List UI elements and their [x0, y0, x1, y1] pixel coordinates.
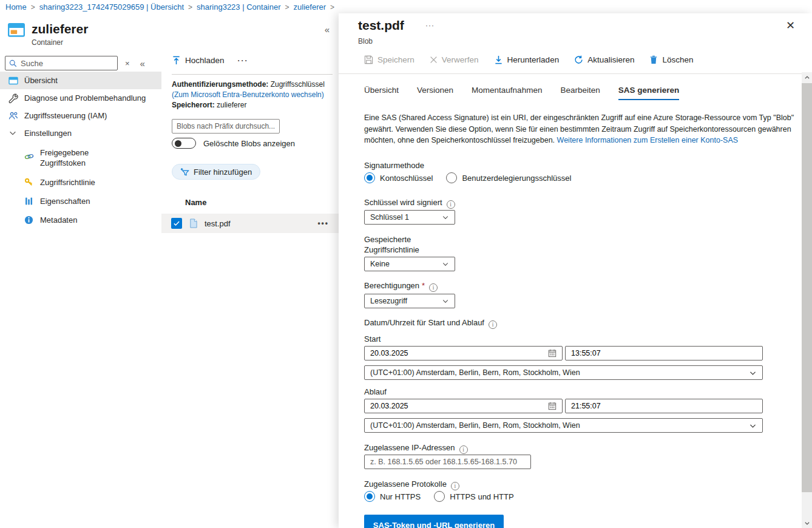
ip-input[interactable] — [370, 458, 525, 466]
start-timezone-dropdown[interactable]: (UTC+01:00) Amsterdam, Berlin, Bern, Rom… — [364, 365, 763, 380]
switch-auth-link[interactable]: (Zum Microsoft Entra-Benutzerkonto wechs… — [172, 90, 334, 100]
scroll-down-icon[interactable] — [802, 518, 812, 528]
container-icon — [8, 21, 25, 38]
radio-benutzerdelegierungsschluessel[interactable]: Benutzerdelegierungsschlüssel — [446, 172, 571, 183]
key-icon — [24, 178, 34, 188]
location-label: Speicherort: — [172, 101, 215, 109]
signing-key-label: Schlüssel wird signierti — [364, 198, 455, 209]
sidebar-item-uebersicht[interactable]: Übersicht — [0, 72, 161, 89]
column-header-name[interactable]: Name — [185, 198, 206, 207]
radio-icon — [364, 491, 375, 502]
collapse-panel-icon[interactable]: « — [325, 24, 330, 35]
search-icon — [9, 59, 17, 67]
signing-key-dropdown[interactable]: Schlüssel 1 — [364, 210, 455, 225]
expiry-date-field — [364, 399, 563, 413]
start-label: Start — [364, 334, 381, 344]
radio-kontoschluessel[interactable]: Kontoschlüssel — [364, 172, 433, 183]
breadcrumb-home[interactable]: Home — [5, 2, 27, 12]
location-value: zulieferer — [217, 101, 246, 109]
overview-icon — [8, 76, 18, 86]
collapse-sidebar-icon[interactable]: « — [140, 58, 145, 69]
prefix-search-box — [172, 119, 280, 134]
ip-label: Zugelassene IP-Adresseni — [364, 443, 468, 454]
ip-label-text: Zugelassene IP-Adressen — [364, 443, 455, 452]
info-icon[interactable]: i — [451, 482, 459, 490]
sidebar-item-label: Metadaten — [40, 215, 77, 225]
chevron-down-icon — [749, 422, 757, 430]
protocol-label-text: Zugelassene Protokolle — [364, 479, 447, 489]
sidebar-search-input[interactable] — [21, 59, 113, 68]
prefix-search-input[interactable] — [177, 122, 275, 130]
sidebar-item-label: Diagnose und Problembehandlung — [24, 93, 146, 103]
scroll-up-icon[interactable] — [802, 72, 812, 83]
radio-label: HTTPS und HTTP — [450, 492, 513, 501]
radio-https-und-http[interactable]: HTTPS und HTTP — [434, 491, 513, 502]
vertical-scrollbar[interactable] — [802, 72, 812, 528]
start-time-input[interactable] — [571, 349, 757, 357]
calendar-icon[interactable] — [548, 349, 557, 357]
info-icon[interactable]: i — [447, 200, 455, 209]
azure-portal-page: Home>sharing3223_1742475029659 | Übersic… — [0, 0, 812, 528]
calendar-icon[interactable] — [548, 402, 557, 410]
show-deleted-toggle[interactable] — [172, 138, 196, 149]
chevron-down-icon — [442, 214, 449, 221]
chevron-right-icon: > — [285, 3, 289, 12]
start-date-field — [364, 346, 563, 360]
datetime-label-text: Datum/Uhrzeit für Start und Ablauf — [364, 318, 484, 327]
sidebar-item-label: Eigenschaften — [40, 197, 90, 206]
breadcrumb-container[interactable]: zulieferer — [294, 2, 326, 12]
info-icon[interactable]: i — [429, 283, 438, 292]
sidebar-item-zugriffsrichtlinie[interactable]: Zugriffsrichtlinie — [0, 174, 161, 191]
info-icon[interactable]: i — [459, 445, 468, 454]
chevron-right-icon: > — [188, 3, 192, 12]
breadcrumb: Home>sharing3223_1742475029659 | Übersic… — [0, 0, 812, 13]
clear-search-icon[interactable]: × — [125, 59, 130, 68]
sidebar-item-eigenschaften[interactable]: Eigenschaften — [0, 192, 161, 210]
toggle-knob — [175, 140, 181, 147]
sidebar-group-label: Einstellungen — [24, 129, 72, 138]
file-icon — [189, 218, 198, 228]
chevron-down-icon — [442, 260, 449, 268]
sidebar-item-metadaten[interactable]: Metadaten — [0, 211, 161, 229]
info-icon — [24, 215, 34, 225]
expiry-time-input[interactable] — [571, 402, 757, 410]
auth-method-label: Authentifizierungsmethode: — [172, 80, 268, 89]
sidebar-item-freigegebene-zugriffstoken[interactable]: Freigegebene Zugriffstoken — [0, 143, 161, 172]
stored-policy-dropdown[interactable]: Keine — [364, 257, 455, 271]
start-timezone-value: (UTC+01:00) Amsterdam, Berlin, Bern, Rom… — [370, 368, 580, 377]
learn-more-link[interactable]: Weitere Informationen zum Erstellen eine… — [557, 136, 739, 144]
start-time-field — [565, 346, 763, 360]
divider — [172, 74, 333, 75]
protocol-radios: Nur HTTPS HTTPS und HTTP — [364, 491, 514, 502]
expiry-date-input[interactable] — [370, 402, 548, 410]
row-more-icon[interactable]: ••• — [317, 219, 329, 228]
more-commands-icon[interactable]: ··· — [238, 56, 249, 65]
upload-icon — [172, 56, 181, 65]
upload-button[interactable]: Hochladen — [172, 56, 225, 65]
scrollbar-thumb[interactable] — [802, 83, 812, 492]
row-checkbox-checked[interactable] — [171, 218, 182, 229]
signing-method-radios: Kontoschlüssel Benutzerdelegierungsschlü… — [364, 172, 571, 183]
generate-sas-button[interactable]: SAS-Token und -URL generieren — [364, 515, 504, 528]
add-filter-button[interactable]: Filter hinzufügen — [172, 164, 260, 180]
breadcrumb-storage-account[interactable]: sharing3223_1742475029659 | Übersicht — [39, 2, 184, 12]
blob-row-test-pdf[interactable]: test.pdf ••• — [161, 214, 339, 233]
sidebar-item-label: Übersicht — [24, 76, 58, 85]
blob-name: test.pdf — [205, 219, 231, 228]
sidebar-item-diagnose[interactable]: Diagnose und Problembehandlung — [0, 89, 161, 107]
permissions-dropdown[interactable]: Lesezugriff — [364, 294, 455, 308]
breadcrumb-containers[interactable]: sharing3223 | Container — [197, 2, 281, 12]
sidebar-item-iam[interactable]: Zugriffssteuerung (IAM) — [0, 107, 161, 124]
sas-description: Eine SAS (Shared Access Signature) ist e… — [364, 112, 797, 146]
sidebar-item-label: Zugriffsrichtlinie — [40, 178, 95, 187]
show-deleted-label: Gelöschte Blobs anzeigen — [203, 139, 295, 148]
upload-button-label: Hochladen — [185, 56, 225, 65]
start-date-input[interactable] — [370, 349, 548, 357]
info-icon[interactable]: i — [489, 320, 497, 329]
radio-nur-https[interactable]: Nur HTTPS — [364, 491, 421, 502]
expiry-timezone-dropdown[interactable]: (UTC+01:00) Amsterdam, Berlin, Bern, Rom… — [364, 418, 763, 433]
sidebar-item-label: Zugriffssteuerung (IAM) — [24, 111, 107, 120]
sas-form: Eine SAS (Shared Access Signature) ist e… — [339, 13, 802, 528]
container-sidebar: zulieferer Container × « Übersicht Diagn… — [0, 13, 161, 528]
sidebar-group-einstellungen[interactable]: Einstellungen — [0, 124, 161, 142]
